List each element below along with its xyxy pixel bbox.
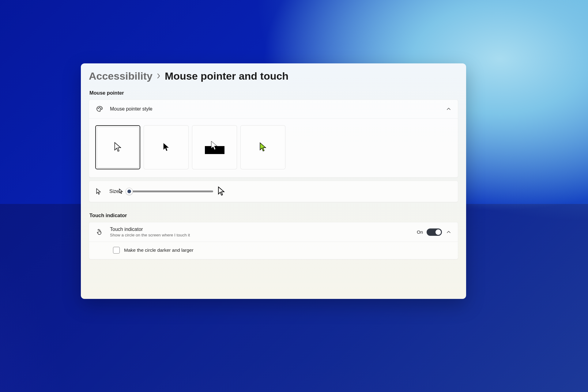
chevron-up-icon — [446, 107, 451, 111]
touch-indicator-card: Touch indicator Show a circle on the scr… — [89, 222, 458, 259]
cursor-max-icon — [217, 187, 225, 196]
svg-point-2 — [100, 108, 101, 109]
pointer-style-tiles — [89, 119, 458, 177]
chevron-up-icon — [446, 230, 451, 235]
cursor-min-icon — [119, 189, 123, 194]
pointer-style-white[interactable] — [95, 125, 140, 169]
touch-darker-larger-row[interactable]: Make the circle darker and larger — [89, 242, 458, 259]
cursor-inverted-icon — [204, 140, 225, 155]
touch-indicator-text: Touch indicator Show a circle on the scr… — [110, 227, 190, 237]
cursor-small-icon — [96, 188, 102, 194]
pointer-size-slider[interactable] — [127, 190, 213, 192]
touch-indicator-row[interactable]: Touch indicator Show a circle on the scr… — [89, 222, 458, 242]
touch-darker-larger-checkbox[interactable] — [113, 247, 120, 254]
mouse-pointer-style-row[interactable]: Mouse pointer style — [89, 100, 458, 119]
slider-thumb[interactable] — [126, 188, 133, 195]
toggle-state-label: On — [417, 229, 423, 235]
cursor-custom-color-icon — [259, 142, 267, 152]
pointer-style-black[interactable] — [144, 125, 189, 169]
touch-icon — [96, 228, 103, 236]
mouse-pointer-style-card: Mouse pointer style — [89, 100, 458, 178]
section-heading-mouse-pointer: Mouse pointer — [89, 90, 458, 96]
cursor-black-icon — [163, 143, 170, 152]
svg-point-1 — [99, 107, 100, 108]
breadcrumb-parent[interactable]: Accessibility — [89, 70, 153, 82]
pointer-size-slider-group — [119, 187, 225, 196]
toggle-knob — [435, 229, 441, 235]
section-heading-touch-indicator: Touch indicator — [89, 213, 458, 218]
svg-point-0 — [98, 108, 99, 109]
breadcrumb: Accessibility Mouse pointer and touch — [89, 70, 458, 82]
pointer-size-card: Size — [89, 181, 458, 202]
touch-indicator-title: Touch indicator — [110, 227, 190, 232]
palette-icon — [96, 105, 103, 113]
page-title: Mouse pointer and touch — [165, 70, 288, 82]
touch-indicator-toggle[interactable] — [427, 228, 442, 236]
chevron-right-icon — [157, 73, 160, 79]
touch-indicator-subtitle: Show a circle on the screen where I touc… — [110, 233, 190, 237]
cursor-white-icon — [114, 142, 122, 153]
pointer-size-label: Size — [109, 189, 119, 194]
pointer-style-inverted[interactable] — [192, 125, 237, 169]
touch-darker-larger-label: Make the circle darker and larger — [124, 247, 194, 253]
mouse-pointer-style-label: Mouse pointer style — [110, 106, 153, 112]
settings-panel: Accessibility Mouse pointer and touch Mo… — [81, 63, 466, 299]
pointer-style-custom[interactable] — [240, 125, 285, 169]
pointer-size-row: Size — [89, 181, 458, 202]
